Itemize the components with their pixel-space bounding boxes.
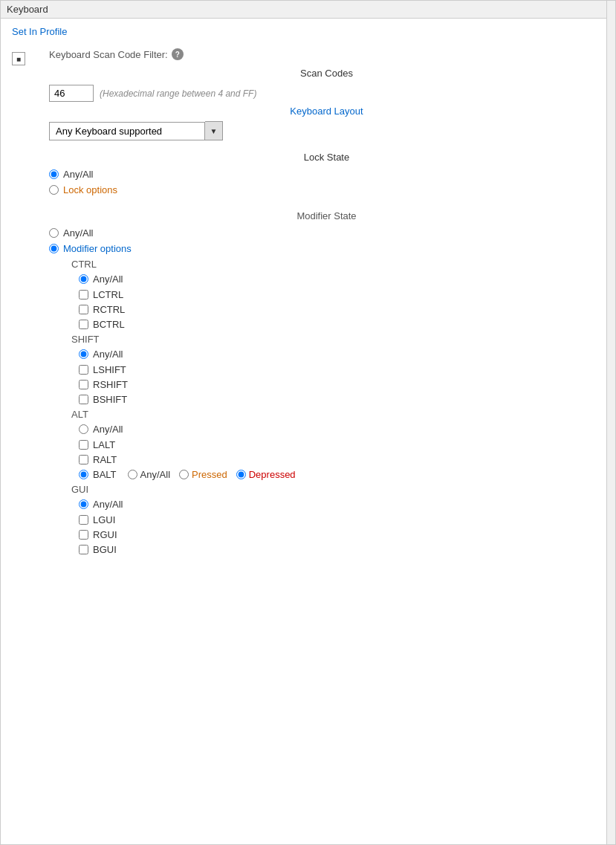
shift-any-all-row: Any/All — [79, 349, 604, 360]
ctrl-label: CTRL — [71, 259, 604, 270]
modifier-options-row: Modifier options — [49, 243, 604, 254]
modifier-any-all-row: Any/All — [49, 227, 604, 239]
rshift-label: RSHIFT — [93, 379, 128, 390]
lock-state-any-all-label: Any/All — [63, 169, 93, 180]
shift-label: SHIFT — [71, 334, 604, 345]
bctrl-label: BCTRL — [93, 319, 125, 330]
scan-code-filter-label: Keyboard Scan Code Filter: — [49, 49, 168, 60]
rctrl-checkbox[interactable] — [79, 305, 88, 314]
ralt-row: RALT — [79, 454, 604, 465]
main-window: Keyboard Set In Profile ■ Keyboard Scan … — [0, 0, 616, 845]
content-area: Set In Profile ■ Keyboard Scan Code Filt… — [1, 19, 615, 570]
alt-label: ALT — [71, 409, 604, 420]
help-icon[interactable]: ? — [172, 48, 184, 60]
lock-state-lock-options-label: Lock options — [63, 184, 117, 195]
shift-group: SHIFT Any/All LSHIFT — [64, 334, 604, 405]
balt-any-all-option: Any/All — [128, 469, 170, 480]
ralt-label: RALT — [93, 454, 117, 465]
set-in-profile-link[interactable]: Set In Profile — [12, 26, 604, 37]
lgui-checkbox[interactable] — [79, 515, 88, 525]
bshift-checkbox[interactable] — [79, 395, 88, 404]
balt-pressed-option: Pressed — [179, 469, 227, 480]
bgui-label: BGUI — [93, 544, 117, 555]
lock-state-lock-options-radio[interactable] — [49, 185, 59, 195]
lock-state-title: Lock State — [49, 152, 604, 163]
ctrl-group: CTRL Any/All LCTRL — [64, 259, 604, 330]
lock-state-lock-options-row: Lock options — [49, 184, 604, 195]
lctrl-row: LCTRL — [79, 289, 604, 300]
gui-group: GUI Any/All LGUI — [64, 484, 604, 555]
scan-code-input[interactable] — [49, 85, 94, 102]
bshift-label: BSHIFT — [93, 394, 127, 405]
balt-radio[interactable] — [79, 470, 88, 479]
gui-any-all-label: Any/All — [93, 499, 123, 510]
scan-codes-title: Scan Codes — [49, 68, 604, 79]
lock-state-any-all-radio[interactable] — [49, 169, 59, 179]
lgui-label: LGUI — [93, 514, 115, 525]
lshift-row: LSHIFT — [79, 364, 604, 375]
lalt-checkbox[interactable] — [79, 440, 88, 450]
left-panel: ■ — [12, 48, 49, 563]
balt-any-all-state-label: Any/All — [140, 469, 170, 480]
lgui-row: LGUI — [79, 514, 604, 525]
ctrl-any-all-radio[interactable] — [79, 274, 88, 284]
balt-pressed-state-radio[interactable] — [179, 470, 189, 479]
gui-any-all-radio[interactable] — [79, 499, 88, 509]
lock-state-any-all-row: Any/All — [49, 169, 604, 180]
form-area: Keyboard Scan Code Filter: ? Scan Codes … — [49, 48, 604, 563]
ralt-checkbox[interactable] — [79, 455, 88, 464]
modifier-options-radio[interactable] — [49, 244, 59, 253]
lalt-label: LALT — [93, 439, 115, 450]
lshift-label: LSHIFT — [93, 364, 126, 375]
rshift-row: RSHIFT — [79, 379, 604, 390]
modifier-state-section: Modifier State Any/All Modifier options … — [49, 210, 604, 555]
rshift-checkbox[interactable] — [79, 380, 88, 389]
keyboard-layout-dropdown-row: Any Keyboard supported US UK German ▼ — [49, 121, 604, 140]
main-area: ■ Keyboard Scan Code Filter: ? Scan Code… — [12, 48, 604, 563]
rgui-checkbox[interactable] — [79, 530, 88, 540]
bgui-row: BGUI — [79, 544, 604, 555]
shift-options: Any/All LSHIFT RSHIFT — [79, 349, 604, 405]
lctrl-checkbox[interactable] — [79, 290, 88, 300]
square-dot: ■ — [16, 55, 21, 63]
dropdown-arrow-button[interactable]: ▼ — [205, 121, 223, 140]
modifier-any-all-label: Any/All — [63, 227, 93, 239]
bctrl-checkbox[interactable] — [79, 320, 88, 329]
shift-any-all-label: Any/All — [93, 349, 123, 360]
small-square-indicator[interactable]: ■ — [12, 52, 25, 65]
lalt-row: LALT — [79, 439, 604, 450]
balt-depressed-state-label: Depressed — [249, 469, 296, 480]
lshift-checkbox[interactable] — [79, 365, 88, 375]
shift-any-all-radio[interactable] — [79, 349, 88, 359]
modifier-options-label: Modifier options — [63, 243, 132, 254]
rctrl-label: RCTRL — [93, 304, 125, 315]
gui-any-all-row: Any/All — [79, 499, 604, 510]
balt-pressed-state-label: Pressed — [192, 469, 227, 480]
ctrl-any-all-row: Any/All — [79, 273, 604, 285]
rgui-label: RGUI — [93, 529, 117, 540]
title-bar: Keyboard — [1, 1, 615, 19]
bgui-checkbox[interactable] — [79, 545, 88, 554]
ctrl-options: Any/All LCTRL RCTRL — [79, 273, 604, 330]
rctrl-row: RCTRL — [79, 304, 604, 315]
modifier-any-all-radio[interactable] — [49, 228, 59, 238]
rgui-row: RGUI — [79, 529, 604, 540]
scan-code-filter-row: Keyboard Scan Code Filter: ? — [49, 48, 604, 60]
balt-any-all-state-radio[interactable] — [128, 470, 137, 479]
bctrl-row: BCTRL — [79, 319, 604, 330]
alt-any-all-radio[interactable] — [79, 424, 88, 434]
lctrl-label: LCTRL — [93, 289, 123, 300]
ctrl-any-all-label: Any/All — [93, 273, 123, 285]
keyboard-layout-section: Keyboard Layout Any Keyboard supported U… — [49, 106, 604, 140]
gui-label: GUI — [71, 484, 604, 495]
scrollbar[interactable] — [606, 1, 615, 844]
alt-group: ALT Any/All LALT — [64, 409, 604, 480]
balt-row: BALT Any/All Pressed — [79, 469, 604, 480]
keyboard-layout-select[interactable]: Any Keyboard supported US UK German — [49, 122, 205, 140]
balt-depressed-state-radio[interactable] — [236, 470, 246, 479]
alt-options: Any/All LALT RALT — [79, 424, 604, 480]
scan-code-input-row: (Hexadecimal range between 4 and FF) — [49, 85, 604, 102]
lock-state-section: Lock State Any/All Lock options — [49, 152, 604, 195]
balt-label: BALT — [93, 469, 117, 480]
balt-depressed-option: Depressed — [236, 469, 296, 480]
